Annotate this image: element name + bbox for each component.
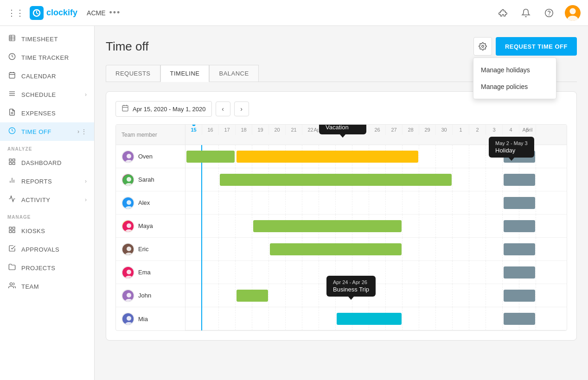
avatar-mia [121,312,134,325]
gantt-bar[interactable] [504,266,535,279]
avatar-alex [121,196,134,209]
svg-point-54 [127,270,131,274]
grid-area: AprilAprilApril - May1516171819202122232… [185,125,567,330]
manage-policies-item[interactable]: Manage policies [473,78,556,95]
day-header-4: 4 [503,125,519,135]
tab-balance[interactable]: BALANCE [209,65,258,82]
svg-point-39 [127,154,131,158]
day-header-29: 29 [419,125,436,135]
day-header-21: 21 [286,125,302,135]
schedule-icon [7,90,17,99]
sidebar-item-dashboard[interactable]: DASHBOARD [0,153,94,172]
help-icon[interactable] [542,6,556,20]
projects-icon [7,263,17,272]
prev-btn[interactable]: ‹ [216,101,230,116]
gantt-bar[interactable] [220,174,452,186]
gantt-bar[interactable] [504,313,535,325]
sidebar-item-reports[interactable]: REPORTS › [0,172,94,190]
sidebar-label: EXPENSES [21,110,87,117]
dots-icon[interactable]: ⋮ [81,128,87,135]
sidebar-item-expenses[interactable]: EXPENSES [0,104,94,122]
rows-area: Apr 18 - Apr 28 Vacation May 2 - May 3 H… [185,145,567,330]
time-tracker-icon [7,53,17,62]
sidebar-label: APPROVALS [21,246,87,253]
sidebar-item-timesheet[interactable]: TIMESHEET [0,30,94,48]
day-header-17: 17 [219,125,236,135]
member-name: Eric [138,246,148,253]
content-card: Apr 15, 2020 - May 1, 2020 ‹ › Team memb… [106,91,577,341]
apps-icon[interactable]: ⋮⋮ [7,8,24,18]
member-row-john: John [116,284,185,307]
request-time-off-button[interactable]: REQUEST TIME OFF [496,37,577,56]
time-off-icon [7,127,17,136]
sidebar-item-schedule[interactable]: SCHEDULE › [0,85,94,104]
approvals-icon [7,245,17,254]
svg-point-4 [569,8,575,14]
holiday-tooltip: May 2 - May 3 Holiday [489,137,534,158]
day-header-1: 1 [453,125,469,135]
gantt-bar[interactable] [270,243,402,255]
avatar-ema [121,266,134,279]
day-header-18: 18 [236,125,252,135]
analyze-section: ANALYZE [0,141,94,153]
sidebar-item-activity[interactable]: ACTIVITY › [0,190,94,209]
activity-icon [7,195,17,204]
gantt-bar[interactable] [504,220,535,232]
puzzle-icon[interactable] [495,6,510,20]
sidebar-item-projects[interactable]: PROJECTS [0,259,94,277]
settings-dropdown: Manage holidays Manage policies [473,57,556,99]
settings-button[interactable] [473,37,492,56]
gantt-bar[interactable] [236,290,268,302]
sidebar-label: TIME TRACKER [21,54,87,61]
gantt-bar[interactable] [504,290,535,302]
gantt-row-alex [185,191,567,215]
sidebar-item-team[interactable]: TEAM [0,277,94,296]
calendar-icon [121,104,129,114]
team-member-header: Team member [116,125,185,145]
svg-point-51 [127,247,131,251]
svg-rect-23 [9,162,12,165]
sidebar-item-time-tracker[interactable]: TIME TRACKER [0,48,94,67]
svg-point-60 [127,316,131,321]
member-row-oven: Oven [116,145,185,168]
day-header-19: 19 [252,125,269,135]
gantt-container: Team member Oven Sarah [115,124,567,331]
time-off-more: › ⋮ [77,128,87,135]
svg-rect-24 [13,162,15,165]
member-name: Maya [138,222,153,229]
sidebar-item-kiosks[interactable]: KIOSKS [0,222,94,240]
day-header-26: 26 [369,125,386,135]
gantt-bar[interactable] [337,313,402,325]
manage-holidays-item[interactable]: Manage holidays [473,62,556,78]
company-dots[interactable]: ••• [109,8,121,18]
date-range-picker[interactable]: Apr 15, 2020 - May 1, 2020 [115,101,212,117]
sidebar-label: SCHEDULE [21,91,80,98]
next-btn[interactable]: › [234,101,249,116]
svg-point-48 [127,223,131,228]
logo-box [30,6,44,20]
gantt-bar[interactable] [504,243,535,255]
sidebar-label: PROJECTS [21,265,87,272]
avatar-maya [121,220,134,233]
gantt-bar[interactable] [504,174,535,186]
gantt-bar[interactable] [186,151,235,163]
top-nav: ⋮⋮ clockify ACME ••• [0,0,588,26]
header-actions: Manage holidays Manage policies REQUEST … [473,37,577,56]
svg-rect-11 [9,73,15,78]
sidebar-item-calendar[interactable]: CALENDAR [0,67,94,85]
svg-rect-34 [122,106,128,111]
user-avatar[interactable] [565,5,581,21]
tab-requests[interactable]: REQUESTS [106,65,160,82]
gantt-bar[interactable] [504,197,535,209]
business-trip-tooltip: Apr 24 - Apr 26 Business Trip [326,276,376,297]
bell-icon[interactable] [518,6,533,20]
team-icon [7,282,17,291]
sidebar-item-time-off[interactable]: TIME OFF › ⋮ [0,122,94,141]
ellipsis-icon[interactable]: › [77,128,79,135]
gantt-bar[interactable] [236,151,418,163]
gantt-bar[interactable] [253,220,402,232]
reports-icon [7,177,17,186]
sidebar-item-approvals[interactable]: APPROVALS [0,240,94,259]
tab-timeline[interactable]: TIMELINE [160,65,210,82]
sidebar-label: TIME OFF [21,128,73,135]
